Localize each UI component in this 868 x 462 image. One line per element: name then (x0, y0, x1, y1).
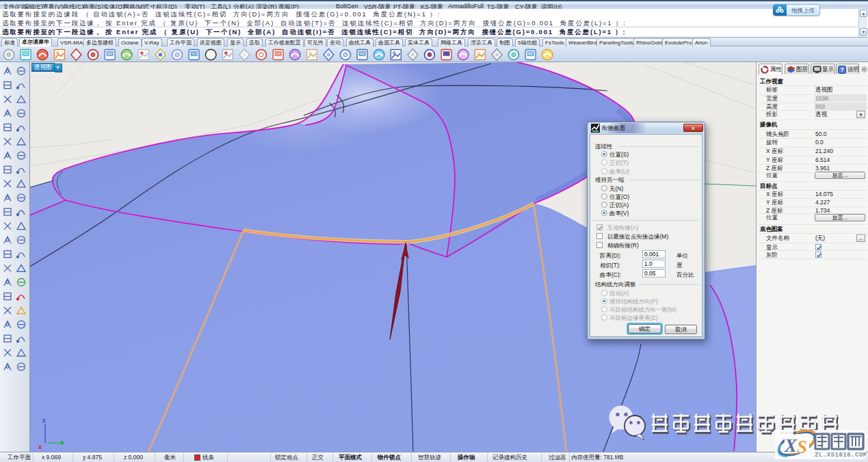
svg-text:ZL.XS1616.COM: ZL.XS1616.COM (815, 452, 866, 459)
svg-text:?: ? (840, 66, 844, 73)
svg-text:x: x (38, 444, 42, 450)
svg-text:S: S (797, 437, 807, 457)
svg-text:X: X (784, 435, 798, 456)
svg-text:z: z (42, 417, 46, 424)
